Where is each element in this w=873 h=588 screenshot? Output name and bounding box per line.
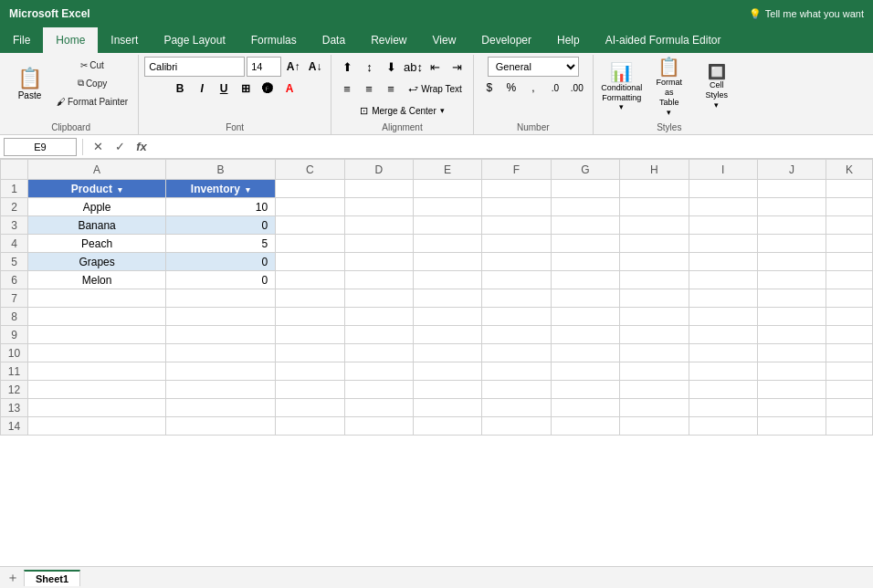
row-num-12[interactable]: 12 [1,381,28,399]
cell-G11[interactable] [551,362,620,381]
cell-E10[interactable] [413,344,481,362]
cf-dropdown-icon[interactable]: ▾ [619,102,624,111]
cell-I6[interactable] [689,271,757,289]
cell-B11[interactable] [166,362,276,381]
align-bottom-btn[interactable]: ⬇ [381,57,401,77]
cell-D3[interactable] [344,216,413,235]
cell-H6[interactable] [620,271,689,289]
cell-G7[interactable] [551,289,620,308]
tell-me-label[interactable]: Tell me what you want [765,8,864,19]
cell-I13[interactable] [689,399,757,417]
col-header-C[interactable]: C [276,160,344,180]
cell-I5[interactable] [689,253,757,271]
format-as-table-button[interactable]: 📋 Format asTable ▾ [647,59,692,114]
cell-H7[interactable] [620,289,689,308]
font-size-input[interactable] [247,57,281,77]
cell-A12[interactable] [28,381,166,399]
paste-button[interactable]: 📋 Paste [9,57,50,110]
text-direction-btn[interactable]: ab↕ [403,57,423,77]
insert-function-btn[interactable]: fx [132,138,151,156]
cell-I3[interactable] [689,216,757,235]
cell-K5[interactable] [826,253,873,271]
cell-E12[interactable] [413,381,481,399]
cell-K12[interactable] [826,381,873,399]
format-painter-button[interactable]: 🖌 Format Painter [52,93,132,110]
currency-btn[interactable]: $ [479,79,500,97]
cell-H4[interactable] [620,235,689,253]
cell-D13[interactable] [344,399,413,417]
cell-I4[interactable] [689,235,757,253]
cell-F2[interactable] [482,198,551,216]
cell-K6[interactable] [826,271,873,289]
cell-D7[interactable] [344,289,413,308]
cell-A6[interactable]: Melon [28,271,166,289]
col-header-A[interactable]: A [28,160,166,180]
cell-D4[interactable] [344,235,413,253]
cell-J1[interactable] [757,180,826,198]
cell-I8[interactable] [689,308,757,326]
cell-A3[interactable]: Banana [28,216,166,235]
tell-me-bar[interactable]: 💡 Tell me what you want [749,8,864,20]
cell-J8[interactable] [757,308,826,326]
cell-G14[interactable] [551,417,620,436]
cell-C3[interactable] [276,216,344,235]
increase-font-btn[interactable]: A↑ [283,57,303,77]
cell-A5[interactable]: Grapes [28,253,166,271]
add-sheet-button[interactable]: ＋ [4,569,22,587]
cell-E1[interactable] [413,180,481,198]
percent-btn[interactable]: % [501,79,521,97]
cell-H9[interactable] [620,326,689,344]
row-num-7[interactable]: 7 [1,289,28,308]
cell-D1[interactable] [344,180,413,198]
cell-E4[interactable] [413,235,481,253]
cell-K3[interactable] [826,216,873,235]
ribbon-tab-data[interactable]: Data [310,27,358,53]
ribbon-tab-review[interactable]: Review [358,27,419,53]
cell-A10[interactable] [28,344,166,362]
row-num-10[interactable]: 10 [1,344,28,362]
ribbon-tab-home[interactable]: Home [43,27,98,53]
cell-C6[interactable] [276,271,344,289]
cell-C1[interactable] [276,180,344,198]
font-name-input[interactable] [144,57,245,77]
cell-A9[interactable] [28,326,166,344]
align-left-btn[interactable]: ≡ [337,79,357,99]
row-num-5[interactable]: 5 [1,253,28,271]
cell-E2[interactable] [413,198,481,216]
cell-F12[interactable] [482,381,551,399]
col-header-F[interactable]: F [482,160,551,180]
row-num-3[interactable]: 3 [1,216,28,235]
cell-H11[interactable] [620,362,689,381]
col-header-H[interactable]: H [620,160,689,180]
cell-G8[interactable] [551,308,620,326]
cell-E5[interactable] [413,253,481,271]
indent-decrease-btn[interactable]: ⇤ [425,57,445,77]
cell-F6[interactable] [482,271,551,289]
cell-K8[interactable] [826,308,873,326]
cell-B14[interactable] [166,417,276,436]
borders-button[interactable]: ⊞ [236,79,256,99]
row-num-11[interactable]: 11 [1,362,28,381]
ribbon-tab-file[interactable]: File [0,27,43,53]
sheet-tab-sheet1[interactable]: Sheet1 [24,570,80,586]
cell-A14[interactable] [28,417,166,436]
cell-F1[interactable] [482,180,551,198]
cut-button[interactable]: ✂ Cut [52,57,132,73]
cell-E8[interactable] [413,308,481,326]
cell-K14[interactable] [826,417,873,436]
ribbon-tab-developer[interactable]: Developer [468,27,544,53]
align-top-btn[interactable]: ⬆ [337,57,357,77]
cell-E6[interactable] [413,271,481,289]
cell-H10[interactable] [620,344,689,362]
cell-D14[interactable] [344,417,413,436]
formula-input[interactable] [154,138,869,156]
cell-A4[interactable]: Peach [28,235,166,253]
ribbon-tab-ai_formula[interactable]: AI-aided Formula Editor [593,27,734,53]
cell-C9[interactable] [276,326,344,344]
indent-increase-btn[interactable]: ⇥ [447,57,467,77]
cell-B5[interactable]: 0 [166,253,276,271]
ribbon-tabs[interactable]: FileHomeInsertPage LayoutFormulasDataRev… [0,27,873,53]
cell-A11[interactable] [28,362,166,381]
cell-J6[interactable] [757,271,826,289]
comma-btn[interactable]: , [523,79,543,97]
